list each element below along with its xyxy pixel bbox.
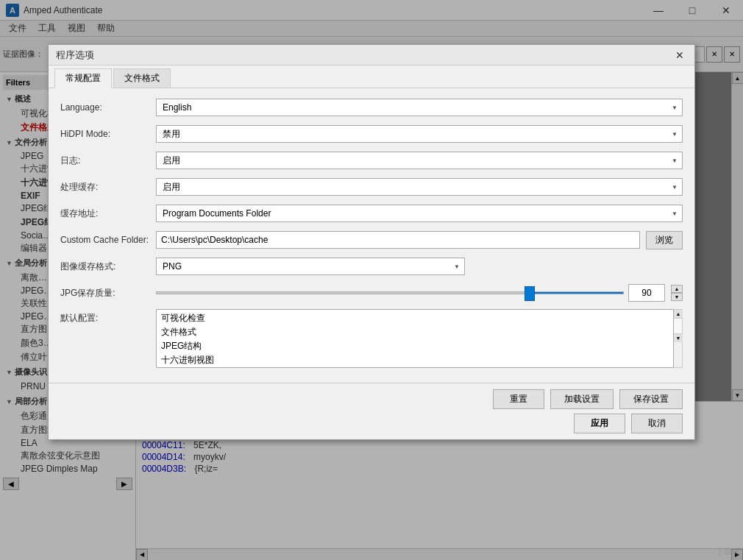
listbox-item-4[interactable]: 十六进制视图 <box>158 353 672 367</box>
image-format-row: 图像缓存格式: PNG ▼ <box>60 256 683 277</box>
language-dropdown[interactable]: English ▼ <box>156 99 683 116</box>
footer-row-2: 应用 取消 <box>60 414 683 433</box>
image-format-label: 图像缓存格式: <box>60 260 156 273</box>
dialog-close-button[interactable]: ✕ <box>672 48 687 63</box>
log-label: 日志: <box>60 155 156 167</box>
listbox-scrollbar[interactable]: ▲ ▼ <box>674 309 683 368</box>
dialog-title: 程序选项 <box>56 49 672 62</box>
default-config-listbox[interactable]: 可视化检查 文件格式 JPEG结构 十六进制视图 十六进制变化率查看 <box>156 309 674 368</box>
cache-label: 处理缓存: <box>60 181 156 194</box>
tab-file-format[interactable]: 文件格式 <box>113 68 171 88</box>
language-select[interactable]: English ▼ <box>156 99 683 116</box>
language-arrow-icon: ▼ <box>672 104 678 111</box>
dialog-content: Language: English ▼ HiDPI Mode: 禁用 ▼ <box>49 88 694 383</box>
quality-value-display: 90 <box>628 284 665 302</box>
image-format-value: PNG <box>163 261 458 272</box>
custom-cache-row: Custom Cache Folder: 浏览 <box>60 230 683 250</box>
hidpi-row: HiDPI Mode: 禁用 ▼ <box>60 124 683 144</box>
footer-row-1: 重置 加载设置 保存设置 <box>60 389 683 409</box>
hidpi-label: HiDPI Mode: <box>60 129 156 139</box>
default-config-control: 可视化检查 文件格式 JPEG结构 十六进制视图 十六进制变化率查看 ▲ ▼ <box>156 309 683 368</box>
jpg-quality-label: JPG保存质量: <box>60 287 156 300</box>
cancel-button[interactable]: 取消 <box>631 414 683 433</box>
log-row: 日志: 启用 ▼ <box>60 150 683 171</box>
cache-arrow-icon: ▼ <box>672 184 678 191</box>
load-settings-button[interactable]: 加载设置 <box>550 389 614 409</box>
log-arrow-icon: ▼ <box>672 157 678 164</box>
save-settings-button[interactable]: 保存设置 <box>619 389 683 409</box>
save-path-select[interactable]: Program Documents Folder ▼ <box>156 205 683 222</box>
watermark: 下载吧 <box>716 546 740 557</box>
cache-dropdown[interactable]: 启用 ▼ <box>156 178 683 196</box>
slider-row: 90 ▲ ▼ <box>156 284 683 302</box>
modal-overlay: 程序选项 ✕ 常规配置 文件格式 Language: English ▼ <box>0 0 743 560</box>
apply-button[interactable]: 应用 <box>574 414 625 433</box>
listbox-item-1[interactable]: 可视化检查 <box>158 311 672 325</box>
save-path-dropdown[interactable]: Program Documents Folder ▼ <box>156 205 683 222</box>
jpg-quality-row: JPG保存质量: 90 ▲ ▼ <box>60 283 683 303</box>
listbox-item-2[interactable]: 文件格式 <box>158 325 672 339</box>
log-value: 启用 <box>163 155 676 167</box>
jpg-quality-control: 90 ▲ ▼ <box>156 284 683 302</box>
save-path-row: 缓存地址: Program Documents Folder ▼ <box>60 203 683 224</box>
log-dropdown[interactable]: 启用 ▼ <box>156 152 683 169</box>
image-format-select[interactable]: PNG ▼ <box>156 258 465 275</box>
cache-select[interactable]: 启用 ▼ <box>156 178 683 196</box>
listbox-wrapper: 可视化检查 文件格式 JPEG结构 十六进制视图 十六进制变化率查看 ▲ ▼ <box>156 309 683 368</box>
dialog-tabs: 常规配置 文件格式 <box>49 65 694 88</box>
listbox-item-3[interactable]: JPEG结构 <box>158 339 672 353</box>
tab-general[interactable]: 常规配置 <box>54 68 112 88</box>
quality-decrement-btn[interactable]: ▼ <box>671 293 683 301</box>
dialog-footer: 重置 加载设置 保存设置 应用 取消 <box>49 383 694 439</box>
listbox-scroll-down[interactable]: ▼ <box>674 333 683 342</box>
preferences-dialog: 程序选项 ✕ 常规配置 文件格式 Language: English ▼ <box>48 44 695 440</box>
default-config-row: 默认配置: 可视化检查 文件格式 JPEG结构 十六进制视图 十六进制变化率查看… <box>60 309 683 368</box>
listbox-item-5[interactable]: 十六进制变化率查看 <box>158 367 672 368</box>
hidpi-value: 禁用 <box>163 128 676 141</box>
image-format-arrow-icon: ▼ <box>454 263 460 270</box>
language-value: English <box>163 102 676 113</box>
listbox-scroll-up[interactable]: ▲ <box>674 310 683 319</box>
log-select[interactable]: 启用 ▼ <box>156 152 683 169</box>
save-path-value: Program Documents Folder <box>163 208 676 219</box>
save-path-arrow-icon: ▼ <box>672 210 678 217</box>
save-path-label: 缓存地址: <box>60 208 156 220</box>
custom-cache-label: Custom Cache Folder: <box>60 235 156 245</box>
browse-button[interactable]: 浏览 <box>646 231 683 249</box>
cache-value: 启用 <box>163 181 676 194</box>
reset-button[interactable]: 重置 <box>493 389 544 409</box>
hidpi-select[interactable]: 禁用 ▼ <box>156 125 683 143</box>
image-format-dropdown[interactable]: PNG ▼ <box>156 258 465 275</box>
custom-cache-input[interactable] <box>156 231 640 249</box>
quality-increment-btn[interactable]: ▲ <box>671 285 683 293</box>
dialog-titlebar: 程序选项 ✕ <box>49 45 694 65</box>
quality-spinner: ▲ ▼ <box>671 285 683 301</box>
cache-row: 处理缓存: 启用 ▼ <box>60 177 683 197</box>
quality-value: 90 <box>641 288 651 298</box>
hidpi-arrow-icon: ▼ <box>672 131 678 138</box>
quality-slider-track[interactable] <box>156 291 624 294</box>
default-config-label: 默认配置: <box>60 309 156 325</box>
language-row: Language: English ▼ <box>60 97 683 118</box>
listbox-scroll-thumb[interactable] <box>674 319 682 333</box>
quality-slider-thumb[interactable] <box>525 286 535 301</box>
language-label: Language: <box>60 102 156 113</box>
hidpi-dropdown[interactable]: 禁用 ▼ <box>156 125 683 143</box>
custom-cache-control: 浏览 <box>156 231 683 249</box>
